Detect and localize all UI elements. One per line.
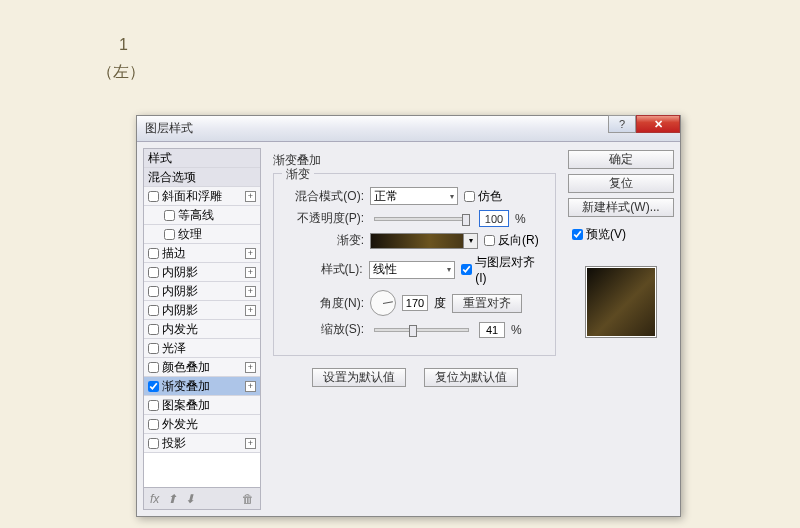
style-checkbox[interactable]	[148, 381, 159, 392]
sidebar-footer: fx ⬆ ⬇ 🗑	[144, 487, 260, 509]
style-label: 样式(L):	[284, 261, 363, 278]
plus-icon[interactable]: +	[245, 248, 256, 259]
angle-dial[interactable]	[370, 290, 396, 316]
style-checkbox[interactable]	[148, 324, 159, 335]
style-checkbox[interactable]	[148, 191, 159, 202]
style-checkbox[interactable]	[148, 438, 159, 449]
preview-label: 预览(V)	[586, 226, 626, 243]
sidebar-item-label: 内阴影	[162, 283, 198, 300]
style-select[interactable]: 线性▾	[369, 261, 456, 279]
plus-icon[interactable]: +	[245, 191, 256, 202]
titlebar[interactable]: 图层样式 ? ✕	[137, 116, 680, 142]
trash-icon[interactable]: 🗑	[242, 492, 254, 506]
preview-swatch	[585, 266, 657, 338]
opacity-input[interactable]	[479, 210, 509, 227]
sidebar-item[interactable]: 投影+	[144, 434, 260, 453]
sidebar-item-label: 内阴影	[162, 302, 198, 319]
blend-mode-label: 混合模式(O):	[284, 188, 364, 205]
sidebar-item-label: 内发光	[162, 321, 198, 338]
chevron-down-icon: ▾	[447, 265, 451, 274]
help-button[interactable]: ?	[608, 115, 636, 133]
scale-slider[interactable]	[374, 328, 469, 332]
sidebar-item-label: 内阴影	[162, 264, 198, 281]
sidebar-item[interactable]: 外发光	[144, 415, 260, 434]
reset-default-button[interactable]: 复位为默认值	[424, 368, 518, 387]
dither-label: 仿色	[478, 188, 502, 205]
sidebar-item[interactable]: 纹理	[144, 225, 260, 244]
sidebar-item[interactable]: 描边+	[144, 244, 260, 263]
plus-icon[interactable]: +	[245, 267, 256, 278]
close-button[interactable]: ✕	[636, 115, 680, 133]
dither-checkbox[interactable]	[464, 191, 475, 202]
angle-input[interactable]	[402, 295, 428, 311]
opacity-unit: %	[515, 212, 526, 226]
sidebar-item[interactable]: 斜面和浮雕+	[144, 187, 260, 206]
page-label: （左）	[97, 62, 145, 83]
reset-align-button[interactable]: 重置对齐	[452, 294, 522, 313]
align-layer-checkbox[interactable]	[461, 264, 472, 275]
sidebar-item-label: 等高线	[178, 207, 214, 224]
arrow-up-icon[interactable]: ⬆	[167, 492, 177, 506]
arrow-down-icon[interactable]: ⬇	[185, 492, 195, 506]
sidebar-item[interactable]: 颜色叠加+	[144, 358, 260, 377]
sidebar-item[interactable]: 光泽	[144, 339, 260, 358]
ok-button[interactable]: 确定	[568, 150, 674, 169]
blend-mode-select[interactable]: 正常▾	[370, 187, 458, 205]
slider-thumb[interactable]	[409, 325, 417, 337]
sidebar-item-label: 渐变叠加	[162, 378, 210, 395]
reverse-label: 反向(R)	[498, 232, 539, 249]
settings-panel: 渐变叠加 渐变 混合模式(O): 正常▾ 仿色 不透明度(P): % 渐变: ▾	[267, 148, 562, 510]
sidebar-item[interactable]: 内阴影+	[144, 301, 260, 320]
plus-icon[interactable]: +	[245, 286, 256, 297]
sidebar-item[interactable]: 图案叠加	[144, 396, 260, 415]
sidebar-item[interactable]: 内阴影+	[144, 282, 260, 301]
styles-sidebar: 样式 混合选项 斜面和浮雕+等高线纹理描边+内阴影+内阴影+内阴影+内发光光泽颜…	[143, 148, 261, 510]
layer-style-dialog: 图层样式 ? ✕ 样式 混合选项 斜面和浮雕+等高线纹理描边+内阴影+内阴影+内…	[136, 115, 681, 517]
sidebar-item-label: 光泽	[162, 340, 186, 357]
preview-checkbox[interactable]	[572, 229, 583, 240]
plus-icon[interactable]: +	[245, 305, 256, 316]
style-checkbox[interactable]	[148, 286, 159, 297]
plus-icon[interactable]: +	[245, 362, 256, 373]
sidebar-item[interactable]: 内发光	[144, 320, 260, 339]
gradient-label: 渐变:	[284, 232, 364, 249]
style-checkbox[interactable]	[148, 248, 159, 259]
style-checkbox[interactable]	[148, 362, 159, 373]
style-checkbox[interactable]	[148, 305, 159, 316]
opacity-slider[interactable]	[374, 217, 469, 221]
plus-icon[interactable]: +	[245, 438, 256, 449]
cancel-button[interactable]: 复位	[568, 174, 674, 193]
page-number: 1	[119, 36, 128, 54]
style-checkbox[interactable]	[148, 419, 159, 430]
sidebar-blend-options[interactable]: 混合选项	[144, 168, 260, 187]
plus-icon[interactable]: +	[245, 381, 256, 392]
style-checkbox[interactable]	[164, 210, 175, 221]
right-panel: 确定 复位 新建样式(W)... 预览(V)	[568, 148, 674, 510]
chevron-down-icon[interactable]: ▾	[463, 234, 477, 248]
sidebar-item-label: 投影	[162, 435, 186, 452]
sidebar-item-label: 纹理	[178, 226, 202, 243]
dialog-title: 图层样式	[145, 120, 193, 137]
style-checkbox[interactable]	[148, 400, 159, 411]
scale-unit: %	[511, 323, 522, 337]
gradient-picker[interactable]: ▾	[370, 233, 478, 249]
sidebar-header[interactable]: 样式	[144, 149, 260, 168]
sidebar-item[interactable]: 等高线	[144, 206, 260, 225]
scale-input[interactable]	[479, 322, 505, 338]
style-checkbox[interactable]	[148, 267, 159, 278]
style-checkbox[interactable]	[164, 229, 175, 240]
style-checkbox[interactable]	[148, 343, 159, 354]
scale-label: 缩放(S):	[284, 321, 364, 338]
sidebar-item-label: 外发光	[162, 416, 198, 433]
sidebar-item-label: 颜色叠加	[162, 359, 210, 376]
new-style-button[interactable]: 新建样式(W)...	[568, 198, 674, 217]
set-default-button[interactable]: 设置为默认值	[312, 368, 406, 387]
angle-label: 角度(N):	[284, 295, 364, 312]
fx-icon[interactable]: fx	[150, 492, 159, 506]
reverse-checkbox[interactable]	[484, 235, 495, 246]
slider-thumb[interactable]	[462, 214, 470, 226]
sidebar-item[interactable]: 内阴影+	[144, 263, 260, 282]
sidebar-item[interactable]: 渐变叠加+	[144, 377, 260, 396]
opacity-label: 不透明度(P):	[284, 210, 364, 227]
sidebar-item-label: 图案叠加	[162, 397, 210, 414]
